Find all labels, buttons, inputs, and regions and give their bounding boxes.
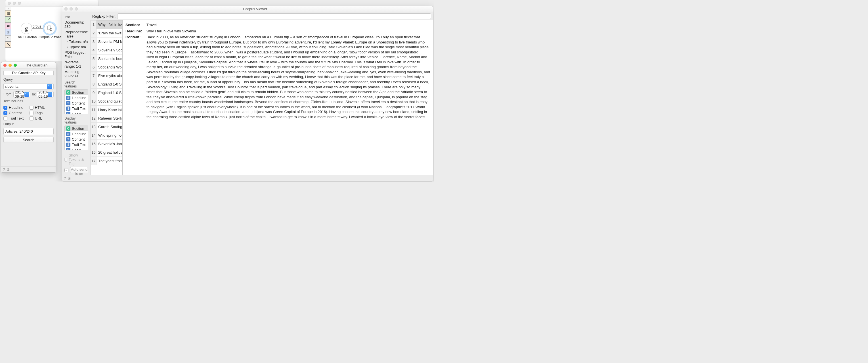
type-badge-icon: C: [66, 90, 70, 95]
feature-label: Headline: [72, 132, 86, 136]
api-key-button[interactable]: The Guardian API Key: [3, 70, 54, 76]
feature-item[interactable]: SContent: [65, 100, 88, 106]
from-date-select[interactable]: 2017-09-19 ⌃⌄: [13, 91, 30, 97]
table-row[interactable]: 13Gareth Southgate will be p…: [91, 123, 122, 131]
feature-label: Headline: [72, 96, 86, 100]
minimize-icon[interactable]: [13, 2, 16, 5]
zoom-icon[interactable]: [18, 2, 21, 5]
regexp-input[interactable]: [117, 13, 431, 19]
query-input[interactable]: slovenia ⌃⌄: [3, 83, 54, 89]
row-number: 7: [91, 71, 96, 80]
feature-item[interactable]: SHTML: [65, 111, 88, 114]
table-row[interactable]: 3Slovenia PM facing impea…: [91, 37, 122, 46]
feature-item[interactable]: SContent: [65, 137, 88, 142]
chk-html[interactable]: HTML: [30, 105, 54, 110]
zoom-icon[interactable]: [75, 7, 78, 10]
palette-tool-2[interactable]: ⋰: [5, 17, 11, 23]
close-icon[interactable]: [3, 64, 6, 67]
table-row[interactable]: 1620 great holidays in Centr…: [91, 148, 122, 157]
report-icon[interactable]: 🗎: [6, 167, 10, 172]
table-row[interactable]: 8England 1-0 Slovenia: Five…: [91, 80, 122, 89]
row-title: 20 great holidays in Centr…: [96, 148, 122, 156]
palette-tool-5[interactable]: ∵: [5, 35, 11, 41]
table-row[interactable]: 9England 1-0 Slovenia: Wor…: [91, 89, 122, 97]
chevron-down-icon[interactable]: ⌃⌄: [47, 84, 52, 89]
row-title: Harry Kane late strike agai…: [96, 105, 122, 114]
help-icon[interactable]: ?: [3, 167, 5, 172]
close-icon[interactable]: [64, 7, 67, 10]
feature-label: Trail Text: [72, 143, 87, 147]
node-corpus-viewer[interactable]: Corpus Viewer: [39, 23, 61, 39]
palette-tool-3[interactable]: ⇄: [5, 23, 11, 29]
table-row[interactable]: 1Why I fell in love with Slov…: [91, 21, 122, 29]
chk-trailtext-label: Trail Text: [9, 116, 24, 120]
to-date-select[interactable]: 2018-09-19 ⌃⌄: [37, 91, 54, 97]
palette-tool-1[interactable]: ▦: [5, 10, 11, 17]
guardian-titlebar[interactable]: The Guardian: [1, 62, 56, 68]
table-row[interactable]: 7Five myths about the refu…: [91, 71, 122, 80]
table-row[interactable]: 17The yeast from the east: si…: [91, 157, 122, 165]
corpus-viewer-window: Corpus Viewer Info Documents: 239 Prepro…: [62, 6, 433, 181]
guardian-title: The Guardian: [19, 63, 54, 67]
table-row[interactable]: 12Raheem Sterling given No…: [91, 114, 122, 123]
chk-headline-label: Headline: [9, 105, 23, 110]
detail-content-key: Content:: [125, 35, 144, 40]
feature-item[interactable]: STrail Text: [65, 142, 88, 147]
table-row[interactable]: 14Wild spring flowers in Euro…: [91, 131, 122, 140]
chevron-down-icon[interactable]: ⌃⌄: [24, 92, 29, 97]
autosend-checkbox[interactable]: ✓: [64, 168, 68, 172]
row-number: 16: [91, 148, 96, 156]
display-features-list[interactable]: CSectionSHeadlineSContentSTrail TextSHTM…: [64, 125, 88, 150]
document-list-pane: 1Why I fell in love with Slov…2'Drain th…: [91, 20, 122, 175]
table-row[interactable]: 10Scotland quietly satisfied …: [91, 97, 122, 105]
row-title: Scotland's bumpy road to …: [96, 55, 122, 63]
minimize-icon[interactable]: [8, 64, 12, 67]
feature-item[interactable]: SHeadline: [65, 95, 88, 100]
row-number: 1: [91, 21, 96, 29]
report-icon[interactable]: 🗎: [67, 176, 71, 180]
close-icon[interactable]: [8, 2, 11, 5]
chk-tags-label: Tags: [35, 111, 42, 115]
table-row[interactable]: 4Slovenia v Scotland: Worl…: [91, 46, 122, 55]
table-row[interactable]: 2'Drain the swamp': rightwi…: [91, 29, 122, 37]
table-row[interactable]: 11Harry Kane late strike agai…: [91, 105, 122, 114]
detail-headline-value: Why I fell in love with Slovenia: [147, 29, 196, 34]
show-tokens-label: Show Tokens & Tags: [69, 153, 88, 166]
chk-url[interactable]: URL: [30, 116, 54, 120]
minimize-icon[interactable]: [69, 7, 73, 10]
node-guardian[interactable]: g The Guardian: [16, 23, 37, 39]
chevron-down-icon[interactable]: ⌃⌄: [48, 92, 52, 97]
help-icon[interactable]: ?: [64, 176, 66, 180]
zoom-icon[interactable]: [13, 64, 17, 67]
table-row[interactable]: 6Scotland's World Cup hop…: [91, 63, 122, 71]
feature-label: Content: [72, 101, 85, 105]
row-number: 14: [91, 131, 96, 140]
search-features-list[interactable]: CSectionSHeadlineSContentSTrail TextSHTM…: [64, 89, 88, 114]
chk-trailtext[interactable]: Trail Text: [3, 116, 28, 120]
row-title: 'Drain the swamp': rightwi…: [96, 29, 122, 37]
row-number: 17: [91, 157, 96, 165]
search-button[interactable]: Search: [3, 137, 54, 143]
chk-tags[interactable]: Tags: [30, 111, 54, 115]
chk-headline[interactable]: ✓Headline: [3, 105, 28, 110]
query-label: Query: [3, 78, 54, 82]
feature-item[interactable]: SHeadline: [65, 131, 88, 137]
feature-label: Section: [72, 90, 84, 95]
autosend-button[interactable]: Auto send is on: [70, 167, 88, 173]
feature-item[interactable]: STrail Text: [65, 106, 88, 111]
palette-tool-6[interactable]: ⛏: [5, 41, 11, 48]
table-row[interactable]: 5Scotland's bumpy road to …: [91, 55, 122, 63]
info-tokens: ◦ Tokens: n/a: [64, 39, 88, 44]
chk-content[interactable]: ✓Content: [3, 111, 28, 115]
feature-item[interactable]: CSection: [65, 90, 88, 95]
table-row[interactable]: 15Slovenia's Jan Oblak is rea…: [91, 140, 122, 148]
feature-item[interactable]: SHTML: [65, 147, 88, 150]
type-badge-icon: S: [66, 107, 70, 111]
search-features-heading: Search features: [64, 80, 88, 88]
document-table[interactable]: 1Why I fell in love with Slov…2'Drain th…: [91, 20, 122, 175]
feature-item[interactable]: CSection: [65, 126, 88, 131]
palette-tool-4[interactable]: ⊞: [5, 29, 11, 35]
viewer-titlebar[interactable]: Corpus Viewer: [62, 6, 433, 12]
row-title: Slovenia v Scotland: Worl…: [96, 46, 122, 54]
palette-chevron-icon[interactable]: »: [5, 7, 11, 10]
